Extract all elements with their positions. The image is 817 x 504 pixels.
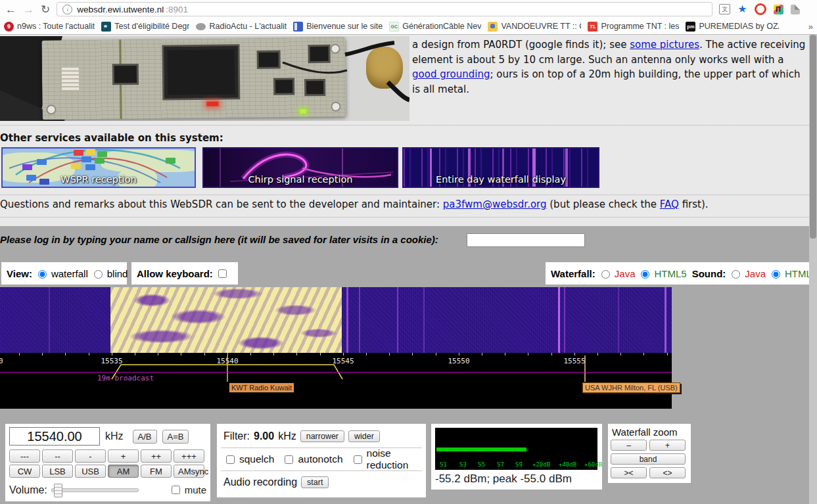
mode-fm-button[interactable]: FM [141, 465, 172, 478]
good-grounding-link[interactable]: good grounding [412, 68, 490, 80]
url-host: websdr.ewi.utwente.nl [77, 5, 164, 14]
screenshot-root: ← → ↻ i websdr.ewi.utwente.nl:8901 文 ★ Π… [0, 0, 817, 504]
bookmark-star-icon[interactable]: ★ [737, 4, 747, 14]
a-equals-b-button[interactable]: A=B [162, 430, 189, 444]
day-waterfall-thumbnail[interactable]: Entire day waterfall display [402, 147, 599, 188]
bookmark-label: Programme TNT : les [601, 22, 679, 31]
zoom-band-button[interactable]: band [611, 453, 686, 465]
zoom-in-button[interactable]: + [649, 440, 686, 451]
bookmark-generationcable[interactable]: GCGénérationCâble Nev [389, 22, 481, 32]
bookmark-bienvenue[interactable]: Bienvenue sur le site [293, 22, 383, 32]
page-scrollbar[interactable] [809, 35, 817, 504]
bookmark-vandoeuvre[interactable]: VANDOEUVRE TT :: C [488, 22, 581, 32]
wspr-reception-thumbnail[interactable]: WSPR reception [1, 147, 196, 188]
sound-html5-label: HTML5 [785, 268, 809, 279]
mode-usb-button[interactable]: USB [75, 465, 106, 478]
book-favicon-icon [293, 22, 303, 32]
extension-pi-icon[interactable]: Π [774, 5, 783, 14]
other-services-heading: Other services available on this system: [0, 132, 223, 144]
step-down-1-button[interactable]: - [75, 449, 106, 463]
wider-button[interactable]: wider [348, 430, 380, 442]
receiver-control-zone: Please log in by typing your name or cal… [0, 226, 809, 504]
view-waterfall-radio[interactable] [38, 270, 47, 279]
browser-extension-area: 文 ★ Π [719, 3, 802, 15]
narrower-button[interactable]: narrower [300, 430, 344, 442]
maintainer-email-link[interactable]: pa3fwm@websdr.org [443, 198, 547, 210]
station-label-kwt[interactable]: KWT Radio Kuwait [229, 382, 294, 393]
allow-keyboard-checkbox[interactable] [218, 269, 227, 278]
waterfall-java-radio[interactable] [601, 270, 610, 279]
squelch-checkbox[interactable] [226, 455, 235, 464]
faq-link[interactable]: FAQ [660, 198, 679, 210]
bookmark-puremedias[interactable]: pmPUREMEDIAS by OZA [686, 22, 779, 32]
mode-amsync-button[interactable]: AMsync [174, 465, 204, 478]
recording-start-button[interactable]: start [301, 476, 329, 488]
zoom-shrink-button[interactable]: >< [611, 467, 647, 478]
step-up-3-button[interactable]: +++ [174, 449, 204, 463]
autonotch-checkbox[interactable] [285, 455, 293, 464]
smeter-tick: +20dB [532, 461, 550, 468]
bookmark-radioactu[interactable]: RadioActu - L'actualit [196, 22, 287, 32]
bookmark-tnt[interactable]: TLProgramme TNT : les [588, 22, 679, 32]
keyboard-option-box: Allow keyboard: [131, 262, 238, 285]
volume-label: Volume: [9, 484, 47, 496]
volume-slider-thumb[interactable] [54, 484, 62, 497]
noise-reduction-checkbox[interactable] [354, 455, 362, 464]
mode-lsb-button[interactable]: LSB [42, 465, 73, 478]
ab-toggle-button[interactable]: A/B [133, 430, 157, 444]
station-label-wjhr[interactable]: USA WJHR Milton, FL (USB) [582, 382, 680, 393]
step-down-2-button[interactable]: -- [42, 449, 73, 463]
waterfall-html5-radio[interactable] [641, 270, 649, 279]
view-options-box: View: waterfall blind [1, 262, 127, 285]
contact-text: (but please check the [547, 198, 660, 210]
dot-favicon-icon [196, 22, 206, 30]
mute-label: mute [185, 484, 206, 495]
translate-icon[interactable]: 文 [719, 4, 730, 14]
pm-favicon-icon: pm [686, 22, 695, 32]
extension-o-icon[interactable] [755, 3, 766, 15]
mute-checkbox[interactable] [172, 486, 180, 494]
pdf-extension-icon[interactable] [791, 5, 800, 14]
smeter-tick: +40dB [559, 461, 576, 468]
url-bar[interactable]: i websdr.ewi.utwente.nl:8901 [57, 2, 712, 16]
n9ws-favicon-icon: 9 [4, 22, 14, 32]
contact-paragraph: Questions and remarks about this WebSDR … [0, 198, 802, 210]
login-input[interactable] [467, 233, 585, 247]
step-up-2-button[interactable]: ++ [141, 449, 172, 463]
chirp-reception-thumbnail[interactable]: Chirp signal reception [202, 147, 398, 188]
smeter-tick: S3 [459, 461, 467, 468]
bookmarks-overflow-chevron-icon[interactable]: » [808, 22, 813, 32]
view-blind-radio[interactable] [94, 270, 103, 279]
bookmark-n9ws[interactable]: 9n9ws : Toute l'actualit [4, 22, 95, 32]
mode-am-button[interactable]: AM [108, 465, 139, 478]
step-down-3-button[interactable]: --- [9, 449, 40, 463]
scrollbar-thumb[interactable] [810, 35, 816, 239]
zoom-out-button[interactable]: – [611, 440, 647, 451]
reload-icon[interactable]: ↻ [41, 4, 50, 15]
page-info-icon[interactable]: i [62, 5, 72, 14]
divider [0, 125, 809, 126]
view-blind-label: blind [107, 268, 128, 279]
mode-cw-button[interactable]: CW [9, 465, 40, 478]
tuning-panel: kHz A/B A=B --- -- - + ++ +++ CW LSB USB… [5, 424, 210, 501]
some-pictures-link[interactable]: some pictures [630, 39, 699, 51]
frequency-unit-label: kHz [105, 430, 124, 442]
forward-icon[interactable]: → [23, 4, 34, 15]
zoom-expand-button[interactable]: <> [649, 467, 686, 478]
intro-text: a design from PA0RDT (google finds it); … [412, 39, 630, 51]
sound-html5-radio[interactable] [772, 270, 780, 279]
frequency-scale[interactable]: 0 15535 15540 15545 15550 15555 19m broa… [0, 353, 672, 409]
frequency-input[interactable] [9, 427, 100, 446]
smeter-tick: S7 [497, 461, 504, 468]
day-waterfall-caption: Entire day waterfall display [404, 174, 598, 185]
volume-slider[interactable] [51, 488, 139, 492]
filter-bandwidth-value: 9.00 [254, 430, 274, 442]
sound-java-radio[interactable] [732, 270, 740, 279]
waterfall-display[interactable] [0, 287, 672, 353]
band-marker-line [0, 372, 672, 373]
step-up-1-button[interactable]: + [108, 449, 139, 463]
browser-chrome: ← → ↻ i websdr.ewi.utwente.nl:8901 文 ★ Π… [0, 0, 817, 35]
back-icon[interactable]: ← [5, 4, 16, 15]
filter-label: Filter: [223, 430, 250, 442]
bookmark-eligibilite[interactable]: Test d'éligibilité Degr [101, 22, 189, 32]
